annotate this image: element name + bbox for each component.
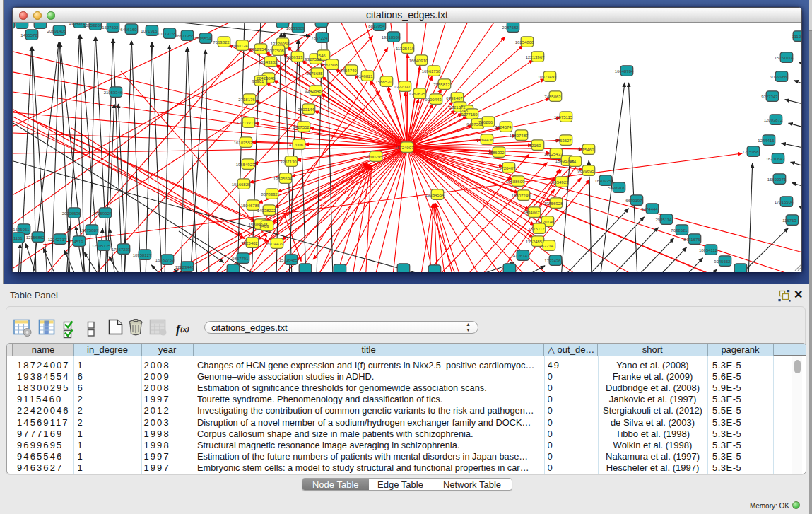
svg-text:16120746: 16120746: [536, 220, 555, 224]
svg-text:8912954: 8912954: [249, 47, 266, 52]
svg-text:12505135: 12505135: [92, 244, 111, 248]
svg-text:7955812: 7955812: [433, 83, 450, 87]
svg-text:984: 984: [569, 160, 577, 164]
svg-text:62160: 62160: [529, 144, 541, 148]
svg-text:8878332: 8878332: [261, 192, 278, 197]
svg-text:20691406: 20691406: [47, 29, 66, 33]
svg-text:20364436: 20364436: [475, 138, 494, 142]
svg-text:15716485: 15716485: [279, 258, 298, 262]
svg-text:391151: 391151: [13, 236, 23, 240]
svg-text:9489: 9489: [259, 224, 269, 228]
svg-text:1322037: 1322037: [394, 85, 411, 89]
svg-text:3875685: 3875685: [306, 71, 323, 76]
svg-text:18300295: 18300295: [364, 155, 383, 159]
svg-text:8813054: 8813054: [368, 24, 385, 28]
svg-text:3824574: 3824574: [495, 125, 512, 129]
svg-text:116753: 116753: [782, 218, 796, 223]
svg-text:7632621: 7632621: [671, 228, 688, 233]
svg-text:1733426: 1733426: [544, 259, 561, 263]
svg-text:10654112: 10654112: [699, 248, 718, 252]
svg-text:9990443: 9990443: [425, 98, 442, 102]
svg-text:1112: 1112: [792, 35, 801, 39]
svg-text:12156862: 12156862: [26, 235, 45, 240]
svg-text:19654923: 19654923: [550, 180, 569, 185]
svg-text:252214: 252214: [539, 244, 554, 248]
svg-text:17016504: 17016504: [775, 200, 794, 204]
svg-text:14938222: 14938222: [257, 209, 276, 213]
svg-text:10688609: 10688609: [506, 180, 525, 184]
svg-text:16107552: 16107552: [234, 141, 253, 145]
svg-text:12975115: 12975115: [554, 115, 573, 119]
svg-text:14136141: 14136141: [511, 254, 530, 258]
svg-text:2935114: 2935114: [656, 218, 673, 222]
svg-text:114519: 114519: [69, 240, 83, 244]
svg-text:1588520: 1588520: [375, 80, 392, 84]
svg-text:16671355: 16671355: [175, 34, 194, 38]
svg-text:12213967: 12213967: [526, 55, 545, 59]
svg-text:6793407: 6793407: [446, 96, 463, 100]
svg-text:17359924: 17359924: [93, 211, 112, 216]
svg-text:6679197: 6679197: [625, 199, 642, 203]
svg-text:16648784: 16648784: [615, 69, 634, 74]
svg-text:10807487: 10807487: [510, 134, 529, 138]
svg-text:10958127: 10958127: [133, 253, 152, 257]
svg-text:16543382: 16543382: [259, 60, 278, 64]
svg-text:1071915: 1071915: [141, 29, 158, 33]
svg-text:15751074: 15751074: [775, 56, 794, 60]
svg-text:9960124: 9960124: [231, 44, 248, 48]
svg-text:16154808: 16154808: [515, 40, 534, 45]
svg-text:7625402: 7625402: [241, 241, 258, 245]
svg-text:18807249: 18807249: [512, 194, 531, 198]
svg-text:19654923: 19654923: [236, 163, 255, 167]
svg-text:9115460: 9115460: [578, 148, 595, 152]
svg-text:16033809: 16033809: [286, 26, 305, 30]
svg-text:16640910: 16640910: [409, 59, 428, 63]
svg-text:(x): (x): [180, 325, 189, 334]
svg-text:10973493: 10973493: [538, 75, 557, 79]
svg-text:12093872: 12093872: [764, 118, 783, 122]
svg-text:8471676: 8471676: [683, 238, 700, 242]
svg-text:1215958: 1215958: [742, 150, 759, 154]
svg-text:1527602: 1527602: [102, 25, 119, 30]
svg-text:9777169: 9777169: [461, 112, 478, 117]
svg-text:12923448: 12923448: [175, 265, 194, 269]
svg-text:746266: 746266: [478, 120, 493, 124]
svg-text:10025433: 10025433: [544, 152, 563, 156]
svg-text:9474444: 9474444: [641, 207, 658, 211]
svg-text:15692971: 15692971: [767, 177, 787, 182]
svg-text:9146821: 9146821: [356, 74, 373, 78]
svg-text:7857224: 7857224: [311, 36, 328, 40]
svg-text:17957223: 17957223: [112, 247, 131, 252]
svg-text:9227343: 9227343: [761, 95, 778, 99]
svg-text:16961758: 16961758: [422, 69, 441, 74]
svg-text:7515524: 7515524: [194, 37, 211, 41]
svg-text:9463627: 9463627: [555, 139, 572, 143]
svg-text:21053346: 21053346: [104, 90, 123, 95]
svg-text:9245652: 9245652: [714, 259, 731, 264]
svg-text:12342717: 12342717: [48, 238, 67, 242]
svg-text:15720407: 15720407: [497, 166, 516, 170]
svg-text:8186323: 8186323: [286, 55, 303, 59]
svg-text:417006: 417006: [289, 143, 304, 147]
svg-text:8427552: 8427552: [293, 125, 310, 129]
svg-text:1244415: 1244415: [758, 139, 775, 143]
svg-text:1615112: 1615112: [529, 227, 546, 231]
svg-text:11325419: 11325419: [396, 47, 415, 51]
svg-text:1362635: 1362635: [408, 92, 425, 96]
svg-text:20206536: 20206536: [62, 211, 81, 216]
svg-text:9834067: 9834067: [523, 211, 540, 215]
svg-text:13226058: 13226058: [271, 42, 290, 46]
svg-text:1405572: 1405572: [20, 33, 37, 37]
svg-text:2803144: 2803144: [298, 107, 314, 112]
svg-text:19975887: 19975887: [80, 228, 99, 233]
svg-text:9699695: 9699695: [577, 169, 594, 173]
svg-text:16210643: 16210643: [766, 157, 785, 161]
svg-text:12213313: 12213313: [237, 121, 256, 125]
svg-text:2087682: 2087682: [502, 25, 519, 30]
svg-text:13535594: 13535594: [273, 177, 293, 181]
svg-text:10719155: 10719155: [158, 32, 177, 36]
svg-text:8454749: 8454749: [340, 69, 357, 73]
svg-text:18724007: 18724007: [395, 146, 414, 150]
svg-text:10653267: 10653267: [83, 23, 102, 28]
svg-text:7663822: 7663822: [213, 40, 230, 45]
